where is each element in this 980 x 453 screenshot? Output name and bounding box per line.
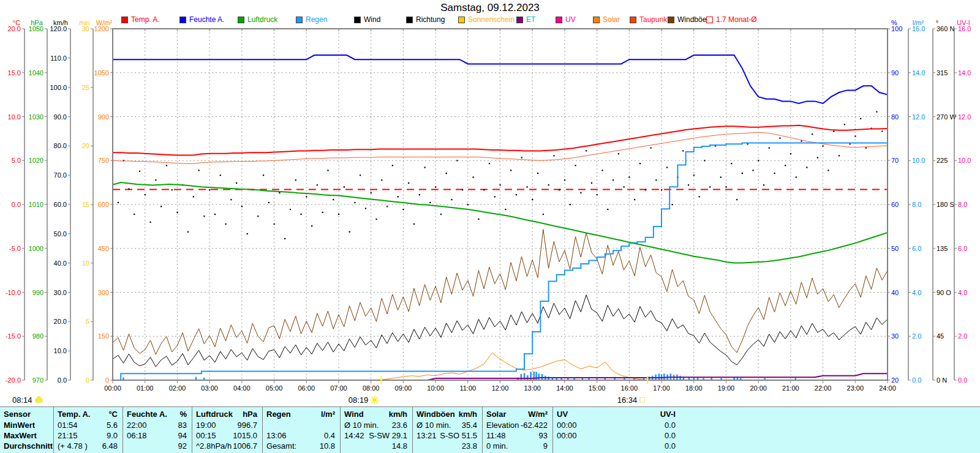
row-header: Durchschnitt	[4, 441, 53, 451]
direction-dot	[688, 184, 689, 185]
direction-dot	[639, 163, 641, 164]
cell-value: 9	[543, 441, 548, 451]
tick-label-min: 15	[82, 201, 89, 208]
sensor-name: Feuchte A.	[127, 408, 167, 420]
direction-dot	[435, 186, 436, 187]
direction-dot	[833, 130, 834, 132]
summary-table: SensorMinWertMaxWertDurchschnittTemp. A.…	[0, 406, 980, 453]
direction-dot	[392, 165, 393, 166]
direction-dot	[134, 214, 135, 215]
tick-label-temp: -20.0	[6, 376, 21, 384]
direction-dot	[661, 189, 662, 190]
direction-dot	[398, 196, 399, 197]
tick-label-pct: 50	[891, 245, 899, 252]
sensor-unit: UV-I	[660, 408, 676, 420]
direction-dot	[478, 219, 479, 220]
table-row: ^2.8hPa/h1006.7	[192, 441, 262, 451]
direction-dot	[693, 174, 695, 176]
table-row: Windkm/h	[341, 408, 412, 420]
direction-dot	[628, 176, 630, 178]
direction-dot	[419, 194, 420, 195]
x-tick-label: 03:00	[201, 384, 218, 392]
cell-value: 1015.0	[233, 430, 257, 441]
direction-dot	[279, 192, 280, 193]
cell-value: 92	[178, 441, 187, 451]
tick-label-kmh: 70.0	[54, 171, 67, 179]
direction-dot	[381, 179, 382, 181]
tick-label-hpa: 980	[32, 332, 43, 340]
tick-label-pct: 30	[891, 332, 899, 340]
tick-label-lm2: 12.0	[912, 113, 925, 121]
tick-label-deg: 360 N	[937, 25, 954, 32]
tick-label-temp: 10.0	[8, 113, 21, 121]
table-row: 14:42S-SW 29.1	[341, 430, 412, 441]
cell-time: 06:18	[127, 430, 147, 441]
sensor-name: Wind	[344, 408, 364, 420]
direction-dot	[306, 196, 307, 197]
x-tick-label: 19:00	[718, 384, 735, 392]
direction-dot	[731, 163, 732, 164]
tick-label-wm2: 750	[98, 157, 109, 164]
direction-dot	[494, 196, 496, 197]
direction-dot	[865, 148, 867, 149]
tick-label-temp: 20.0	[8, 25, 21, 32]
direction-dot	[553, 155, 554, 156]
direction-dot	[295, 179, 296, 181]
direction-dot	[349, 231, 350, 233]
sun-icon	[371, 396, 379, 404]
direction-dot	[801, 140, 802, 141]
cell-time: 00:15	[196, 430, 216, 441]
moonrise-marker: 08:14	[12, 395, 43, 405]
cell-value: 23.8	[462, 441, 477, 451]
cell-time: 11:48	[486, 430, 506, 441]
direction-dot	[650, 148, 651, 149]
tick-label-deg: 0 N	[937, 376, 947, 384]
direction-dot	[214, 214, 216, 215]
chart-canvas: °C20.015.010.05.00.0-5.0-10.0-15.0-20.0h…	[0, 0, 980, 397]
table-row: (+ 4.78 )6.48	[54, 441, 123, 451]
cell-value: 35.4	[462, 420, 477, 430]
table-row: Regenl/m²	[263, 408, 340, 420]
direction-dot	[510, 170, 511, 171]
direction-dot	[145, 194, 146, 195]
tick-label-temp: 5.0	[12, 157, 21, 164]
table-row: 23.8	[413, 441, 482, 451]
x-tick-label: 14:00	[556, 384, 573, 392]
rain-bar	[535, 372, 537, 380]
x-tick-label: 21:00	[782, 384, 799, 392]
direction-dot	[365, 208, 366, 209]
table-row: Ø 10 min.23.6	[341, 420, 412, 430]
x-tick-label: 08:00	[363, 384, 380, 392]
table-row: 00:151015.0	[192, 430, 262, 441]
cell-value: 14.8	[392, 441, 407, 451]
direction-dot	[241, 206, 243, 207]
direction-dot	[876, 111, 877, 113]
direction-dot	[591, 182, 592, 184]
direction-dot	[612, 179, 614, 181]
x-tick-label: 11:00	[459, 384, 476, 392]
cell-value: 5.6	[107, 420, 118, 430]
table-row: 0.0	[553, 441, 680, 451]
tick-label-lm2: 2.0	[912, 332, 921, 340]
direction-dot	[118, 202, 119, 203]
tick-label-uvi: 14.0	[958, 69, 971, 77]
direction-dot	[176, 212, 178, 213]
cell-time: 00:00	[557, 430, 577, 441]
direction-dot	[284, 238, 285, 239]
direction-dot	[473, 176, 474, 178]
direction-dot	[446, 173, 447, 174]
x-tick-label: 15:00	[589, 384, 606, 392]
rain-bar	[541, 374, 543, 380]
direction-dot	[155, 179, 156, 181]
table-row: Elevation-62.422	[483, 420, 552, 430]
direction-dot	[451, 199, 452, 200]
table-row: Gesamt:10.8	[263, 441, 340, 451]
direction-dot	[854, 135, 856, 137]
rain-bar	[658, 373, 660, 380]
tick-label-hpa: 1020	[29, 157, 43, 164]
tick-label-temp: 0.0	[12, 201, 21, 208]
direction-dot	[209, 189, 210, 190]
x-tick-label: 01:00	[137, 384, 154, 392]
tick-label-lm2: 6.0	[912, 245, 921, 252]
direction-dot	[338, 214, 339, 215]
